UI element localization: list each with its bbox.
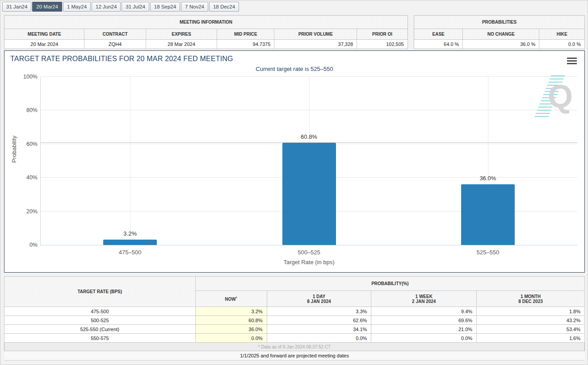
probability-history-table: TARGET RATE (BPS) PROBABILITY(%) NOW* 1 … — [4, 276, 585, 351]
week1-cell: 69.6% — [371, 316, 477, 325]
rate-cell: 525-550 (Current) — [4, 325, 196, 334]
col-header-mid-price: MID PRICE — [217, 29, 274, 40]
month1-cell: 43.2% — [477, 316, 585, 325]
week1-cell: 21.0% — [371, 325, 477, 334]
day1-cell: 3.3% — [267, 307, 371, 316]
y-axis-title: Probability — [11, 136, 17, 163]
meeting-information-table: MEETING INFORMATION MEETING DATE CONTRAC… — [4, 15, 408, 49]
col-header-expires: EXPIRES — [146, 29, 218, 40]
month1-cell: 1.6% — [477, 334, 585, 343]
rate-cell: 550-575 — [4, 334, 196, 343]
month1-cell: 53.4% — [477, 325, 585, 334]
col-header-1-month: 1 MONTH8 DEC 2023 — [477, 291, 585, 307]
tab-31jul24[interactable]: 31 Jul24 — [122, 2, 149, 12]
bar-475–500[interactable] — [103, 240, 157, 245]
day1-cell: 62.6% — [267, 316, 371, 325]
y-tick-40: 40% — [26, 174, 38, 181]
y-tick-20: 20% — [26, 208, 38, 215]
projected-meeting-dates-note: 1/1/2025 and forward are projected meeti… — [4, 351, 585, 361]
col-header-now: NOW* — [195, 291, 267, 307]
contract-value: ZQH4 — [84, 40, 146, 49]
expires-value: 28 Mar 2024 — [146, 40, 218, 49]
col-header-prior-oi: PRIOR OI — [357, 29, 407, 40]
day1-cell: 0.0% — [267, 334, 371, 343]
probabilities-summary-table: PROBABILITIES EASE NO CHANGE HIKE 64.0 %… — [414, 15, 585, 49]
probabilities-header-row: EASE NO CHANGE HIKE — [414, 29, 584, 40]
y-tick-60: 60% — [26, 141, 38, 147]
bar-525–550[interactable] — [461, 184, 515, 245]
mid-price-value: 94.7375 — [217, 40, 274, 49]
tab-20mar24-active[interactable]: 20 Mar24 — [32, 2, 62, 12]
col-header-prior-volume: PRIOR VOLUME — [274, 29, 357, 40]
tab-18sep24[interactable]: 18 Sep24 — [150, 2, 180, 12]
col-header-1-week: 1 WEEK2 JAN 2024 — [371, 291, 477, 307]
chart-context-menu-icon[interactable] — [567, 58, 577, 66]
vertical-gridline — [130, 77, 130, 245]
chart-subtitle: Current target rate is 525–550 — [4, 66, 584, 72]
gridline-80pct — [41, 110, 577, 110]
table-row-475-500: 475-500 3.2% 3.3% 9.4% 1.8% — [4, 307, 585, 316]
tab-18dec24[interactable]: 18 Dec24 — [209, 2, 239, 12]
y-tick-80: 80% — [26, 107, 38, 113]
col-header-1-day: 1 DAY8 JAN 2024 — [267, 291, 371, 307]
prior-oi-value: 102,505 — [357, 40, 407, 49]
table-row-525-550-current: 525-550 (Current) 36.0% 34.1% 21.0% 53.4… — [4, 325, 585, 334]
gridline-100pct — [41, 76, 577, 77]
now-asterisk: * — [236, 296, 237, 300]
y-tick-0: 0% — [29, 242, 38, 248]
day1-cell: 34.1% — [267, 325, 371, 334]
hike-value: 0.0 % — [539, 40, 584, 49]
col-header-no-change: NO CHANGE — [463, 29, 539, 40]
table-row-550-575: 550-575 0.0% 0.0% 0.0% 1.6% — [4, 334, 585, 343]
bar-value-label: 60.8% — [301, 133, 317, 140]
bar-value-label: 3.2% — [123, 230, 137, 237]
x-axis-category-label: 475–500 — [119, 249, 142, 256]
probabilities-title: PROBABILITIES — [414, 16, 584, 29]
hamburger-line — [567, 63, 577, 64]
hamburger-line — [567, 60, 577, 62]
hamburger-line — [567, 58, 577, 59]
now-cell: 60.8% — [195, 316, 267, 325]
no-change-value: 36.0 % — [463, 40, 539, 49]
bar-value-label: 36.0% — [479, 175, 496, 182]
meeting-information-title: MEETING INFORMATION — [4, 16, 407, 29]
meeting-information-value-row: 20 Mar 2024 ZQH4 28 Mar 2024 94.7375 37,… — [4, 40, 407, 49]
quikstrike-watermark: Q — [542, 74, 573, 117]
meeting-date-tabbar: 31 Jan24 20 Mar24 1 May24 12 Jun24 31 Ju… — [2, 2, 239, 12]
x-axis-title: Target Rate (in bps) — [283, 259, 334, 265]
now-cell: 36.0% — [195, 325, 267, 334]
tab-7nov24[interactable]: 7 Nov24 — [181, 2, 208, 12]
now-cell: 3.2% — [195, 307, 267, 316]
fedwatch-tool-screen: 31 Jan24 20 Mar24 1 May24 12 Jun24 31 Ju… — [0, 0, 588, 365]
week1-cell: 9.4% — [371, 307, 477, 316]
col-header-contract: CONTRACT — [84, 29, 146, 40]
rate-cell: 475-500 — [4, 307, 196, 316]
now-cell: 0.0% — [195, 334, 267, 343]
tab-1may24[interactable]: 1 May24 — [63, 2, 91, 12]
plot-area: 0% 20% 40% 60% 80% 100% Target Rate (in … — [40, 77, 577, 245]
bar-500–525[interactable] — [282, 143, 336, 245]
data-as-of-footnote: * Data as of 9 Jan 2024 06:37:52 CT — [4, 343, 585, 351]
meeting-date-value: 20 Mar 2024 — [4, 40, 84, 49]
table-row-500-525: 500-525 60.8% 62.6% 69.6% 43.2% — [4, 316, 585, 325]
prior-volume-value: 37,328 — [274, 40, 357, 49]
rate-cell: 500-525 — [4, 316, 196, 325]
target-rate-probabilities-chart-panel: TARGET RATE PROBABILITIES FOR 20 MAR 202… — [4, 50, 585, 273]
data-as-of-footnote-row: * Data as of 9 Jan 2024 06:37:52 CT — [4, 343, 585, 351]
x-axis-category-label: 500–525 — [298, 249, 320, 256]
tab-12jun24[interactable]: 12 Jun24 — [92, 2, 121, 12]
col-header-ease: EASE — [414, 29, 463, 40]
chart-title: TARGET RATE PROBABILITIES FOR 20 MAR 202… — [10, 55, 233, 63]
col-header-meeting-date: MEETING DATE — [4, 29, 84, 40]
quikstrike-q-logo-icon: Q — [548, 80, 573, 112]
month1-cell: 1.8% — [477, 307, 585, 316]
y-tick-100: 100% — [23, 74, 38, 80]
probabilities-value-row: 64.0 % 36.0 % 0.0 % — [414, 40, 584, 49]
col-header-target-rate-bps: TARGET RATE (BPS) — [4, 277, 196, 307]
col-header-hike: HIKE — [539, 29, 584, 40]
ease-value: 64.0 % — [414, 40, 463, 49]
group-header-probability-pct: PROBABILITY(%) — [195, 277, 584, 291]
tab-31jan24[interactable]: 31 Jan24 — [2, 2, 31, 12]
week1-cell: 0.0% — [371, 334, 477, 343]
x-axis-category-label: 525–550 — [477, 249, 500, 256]
